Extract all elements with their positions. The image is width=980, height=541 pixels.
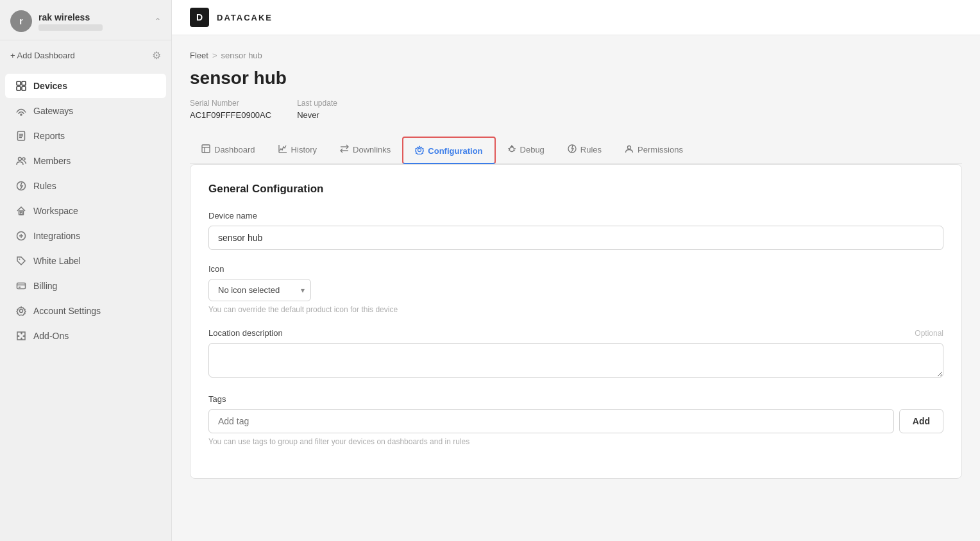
svg-point-9 (19, 158, 22, 161)
device-meta: Serial Number AC1F09FFFE0900AC Last upda… (190, 99, 962, 121)
users-icon (15, 155, 27, 167)
location-label-row: Location description Optional (208, 328, 943, 338)
settings-icon[interactable]: ⚙ (152, 49, 161, 62)
sidebar-item-label: Add-Ons (33, 331, 69, 341)
breadcrumb-current: sensor hub (221, 51, 262, 60)
workspace-header[interactable]: r rak wireless ⌃ (0, 0, 171, 40)
sidebar-item-billing[interactable]: Billing (5, 274, 166, 298)
sidebar-item-members[interactable]: Members (5, 149, 166, 173)
tags-label: Tags (208, 394, 943, 404)
plus-circle-icon (15, 230, 27, 242)
home-icon (15, 205, 27, 217)
sidebar-item-account-settings[interactable]: Account Settings (5, 299, 166, 323)
bug-icon (507, 144, 516, 155)
logo-letter: D (196, 12, 203, 22)
sidebar-item-workspace[interactable]: Workspace (5, 199, 166, 223)
location-input[interactable] (208, 343, 943, 378)
svg-point-4 (21, 114, 22, 115)
sidebar-item-label: Rules (33, 181, 56, 191)
sidebar-item-label: Billing (33, 281, 57, 291)
tab-permissions-label: Permissions (638, 145, 683, 154)
add-tag-button[interactable]: Add (899, 409, 943, 433)
zap-icon (568, 144, 577, 155)
tab-dashboard[interactable]: Dashboard (190, 137, 267, 164)
tab-downlinks-label: Downlinks (353, 145, 391, 154)
add-dashboard-button[interactable]: + Add Dashboard (10, 48, 75, 63)
main-content: D DATACAKE Fleet > sensor hub sensor hub… (172, 0, 980, 541)
sidebar-actions: + Add Dashboard ⚙ (0, 40, 171, 71)
bolt-icon (15, 180, 27, 192)
sidebar-item-gateways[interactable]: Gateways (5, 99, 166, 123)
tab-rules-label: Rules (580, 145, 602, 154)
puzzle-icon (15, 330, 27, 342)
logo-icon: D (190, 8, 209, 27)
sidebar-item-devices[interactable]: Devices (5, 74, 166, 98)
gear-icon (15, 305, 27, 317)
svg-rect-2 (17, 87, 21, 90)
page-title: sensor hub (190, 68, 962, 88)
icon-select[interactable]: No icon selected (208, 279, 311, 301)
content-area: Fleet > sensor hub sensor hub Serial Num… (172, 35, 980, 494)
svg-line-35 (514, 151, 515, 151)
tab-permissions[interactable]: Permissions (613, 137, 695, 164)
signal-icon (15, 105, 27, 117)
arrows-icon (340, 144, 349, 155)
svg-point-17 (19, 259, 21, 260)
tab-dashboard-label: Dashboard (214, 145, 255, 154)
tab-rules[interactable]: Rules (556, 137, 613, 164)
sidebar: r rak wireless ⌃ + Add Dashboard ⚙ Devic… (0, 0, 172, 541)
sidebar-item-label: Account Settings (33, 306, 101, 316)
serial-number-value: AC1F09FFFE0900AC (190, 110, 271, 120)
svg-rect-12 (19, 211, 24, 215)
breadcrumb-parent[interactable]: Fleet (190, 51, 208, 60)
topbar: D DATACAKE (172, 0, 980, 35)
last-update-group: Last update Never (297, 99, 337, 121)
table-icon (201, 144, 210, 155)
sidebar-item-reports[interactable]: Reports (5, 124, 166, 148)
chevron-down-icon: ⌃ (155, 17, 161, 26)
sidebar-item-label: Gateways (33, 106, 73, 116)
workspace-sub (38, 24, 103, 31)
location-label: Location description (208, 328, 283, 338)
tab-history[interactable]: History (267, 137, 328, 164)
file-icon (15, 130, 27, 142)
svg-point-21 (20, 310, 23, 313)
last-update-label: Last update (297, 99, 337, 108)
device-name-input[interactable] (208, 226, 943, 250)
svg-rect-18 (17, 283, 26, 289)
sidebar-item-add-ons[interactable]: Add-Ons (5, 324, 166, 348)
sidebar-item-label: White Label (33, 256, 81, 266)
sidebar-item-integrations[interactable]: Integrations (5, 224, 166, 248)
svg-point-30 (509, 147, 514, 152)
logo-text: DATACAKE (217, 13, 273, 22)
svg-rect-0 (17, 81, 21, 85)
svg-rect-3 (22, 87, 26, 90)
device-name-group: Device name (208, 211, 943, 250)
workspace-name: rak wireless (38, 12, 148, 22)
config-gear-icon (415, 146, 424, 156)
tag-icon (15, 255, 27, 267)
sidebar-item-label: Workspace (33, 206, 78, 216)
avatar: r (10, 10, 32, 32)
section-title: General Configuration (208, 183, 943, 196)
tab-downlinks[interactable]: Downlinks (328, 137, 402, 164)
sidebar-item-label: Integrations (33, 231, 80, 241)
tab-debug[interactable]: Debug (496, 137, 556, 164)
breadcrumb: Fleet > sensor hub (190, 51, 962, 60)
credit-card-icon (15, 280, 27, 292)
last-update-value: Never (297, 110, 319, 120)
svg-rect-1 (22, 81, 26, 85)
svg-rect-13 (21, 212, 22, 215)
sidebar-item-label: Members (33, 156, 71, 166)
configuration-card: General Configuration Device name Icon N… (190, 164, 962, 479)
tab-configuration[interactable]: Configuration (402, 137, 495, 164)
tags-row: Add (208, 409, 943, 433)
svg-point-29 (418, 149, 421, 152)
tag-input[interactable] (208, 409, 894, 433)
tab-history-label: History (291, 145, 317, 154)
sidebar-item-rules[interactable]: Rules (5, 174, 166, 198)
grid-icon (15, 80, 27, 92)
sidebar-item-white-label[interactable]: White Label (5, 249, 166, 273)
tab-configuration-label: Configuration (428, 146, 482, 156)
sidebar-item-label: Devices (33, 81, 67, 91)
